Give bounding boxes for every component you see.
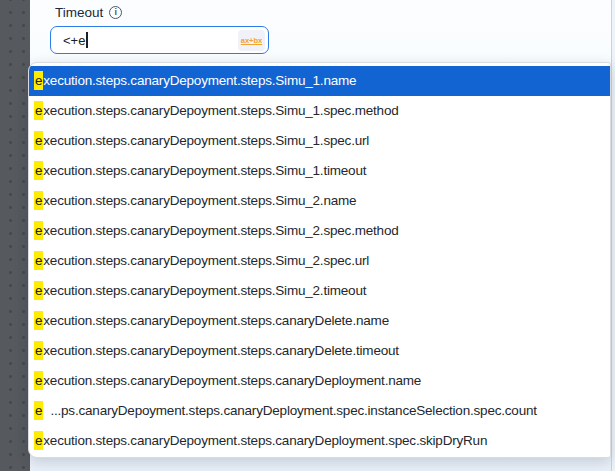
autocomplete-option[interactable]: execution.steps.canaryDepoyment.steps.Si… <box>29 156 610 186</box>
match-highlight: e <box>34 251 43 270</box>
match-highlight: e <box>34 161 43 180</box>
autocomplete-option[interactable]: execution.steps.canaryDepoyment.steps.ca… <box>29 336 610 366</box>
option-text: xecution.steps.canaryDepoyment.steps.can… <box>43 313 389 328</box>
timeout-field-label: Timeout i <box>55 5 122 20</box>
info-icon[interactable]: i <box>109 6 122 19</box>
match-highlight: e <box>34 101 43 120</box>
pipeline-canvas <box>0 0 30 471</box>
autocomplete-option[interactable]: e ...ps.canaryDepoyment.steps.canaryDepl… <box>29 396 610 426</box>
option-text: xecution.steps.canaryDepoyment.steps.can… <box>43 343 399 358</box>
autocomplete-option[interactable]: execution.steps.canaryDepoyment.steps.ca… <box>29 306 610 336</box>
option-text: xecution.steps.canaryDepoyment.steps.Sim… <box>43 73 356 88</box>
expression-type-icon[interactable]: ax+bx <box>238 30 265 51</box>
timeout-label-text: Timeout <box>55 5 103 20</box>
timeout-input[interactable]: <+e ax+bx <box>50 26 269 54</box>
autocomplete-option[interactable]: execution.steps.canaryDepoyment.steps.ca… <box>29 366 610 396</box>
match-highlight: e <box>34 311 43 330</box>
match-highlight: e <box>34 341 43 360</box>
option-text: xecution.steps.canaryDepoyment.steps.Sim… <box>43 163 366 178</box>
option-text: xecution.steps.canaryDepoyment.steps.Sim… <box>43 283 366 298</box>
match-highlight: e <box>34 371 43 390</box>
match-highlight: e <box>34 221 43 240</box>
option-text: xecution.steps.canaryDepoyment.steps.Sim… <box>43 103 398 118</box>
autocomplete-option[interactable]: execution.steps.canaryDepoyment.steps.Si… <box>29 66 610 96</box>
match-highlight: e <box>34 281 43 300</box>
autocomplete-dropdown: execution.steps.canaryDepoyment.steps.Si… <box>28 62 611 458</box>
option-text: ...ps.canaryDepoyment.steps.canaryDeploy… <box>43 403 537 418</box>
autocomplete-option[interactable]: execution.steps.canaryDepoyment.steps.Si… <box>29 186 610 216</box>
autocomplete-option[interactable]: execution.steps.canaryDepoyment.steps.Si… <box>29 96 610 126</box>
option-text: xecution.steps.canaryDepoyment.steps.can… <box>43 433 487 448</box>
match-highlight: e <box>34 431 43 450</box>
option-text: xecution.steps.canaryDepoyment.steps.Sim… <box>43 253 369 268</box>
match-highlight: e <box>34 71 43 90</box>
option-text: xecution.steps.canaryDepoyment.steps.can… <box>43 373 421 388</box>
option-text: xecution.steps.canaryDepoyment.steps.Sim… <box>43 193 356 208</box>
option-text: xecution.steps.canaryDepoyment.steps.Sim… <box>43 223 398 238</box>
match-highlight: e <box>34 401 43 420</box>
match-highlight: e <box>34 131 43 150</box>
autocomplete-option[interactable]: execution.steps.canaryDepoyment.steps.Si… <box>29 126 610 156</box>
autocomplete-option[interactable]: execution.steps.canaryDepoyment.steps.Si… <box>29 276 610 306</box>
autocomplete-option[interactable]: execution.steps.canaryDepoyment.steps.Si… <box>29 246 610 276</box>
text-cursor <box>86 32 87 48</box>
option-text: xecution.steps.canaryDepoyment.steps.Sim… <box>43 133 369 148</box>
autocomplete-option[interactable]: execution.steps.canaryDepoyment.steps.ca… <box>29 426 610 456</box>
autocomplete-option[interactable]: execution.steps.canaryDepoyment.steps.Si… <box>29 216 610 246</box>
timeout-input-value: <+e <box>63 33 85 48</box>
match-highlight: e <box>34 191 43 210</box>
